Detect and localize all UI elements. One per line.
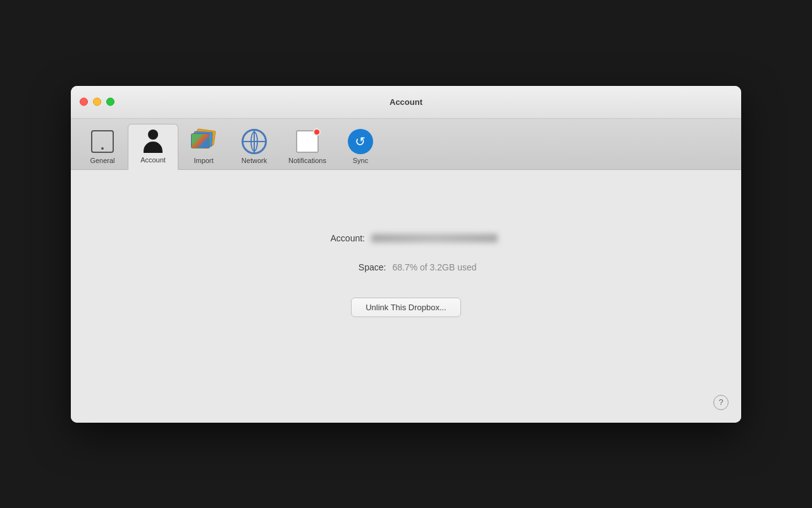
account-row: Account: (314, 233, 498, 243)
window-title: Account (390, 97, 422, 107)
account-icon (140, 128, 166, 154)
tab-sync-label: Sync (353, 157, 368, 164)
globe-icon (242, 129, 267, 154)
globe-oval (250, 131, 258, 152)
tab-account-label: Account (140, 156, 166, 164)
account-info: Account: Space: 68.7% of 3.2GB used Unli… (109, 195, 703, 342)
minimize-button[interactable] (93, 98, 101, 106)
close-button[interactable] (80, 98, 88, 106)
maximize-button[interactable] (106, 98, 114, 106)
import-icon (191, 129, 216, 154)
titlebar: Account (71, 86, 741, 119)
app-window: Account General Account (71, 86, 741, 423)
tab-account[interactable]: Account (128, 124, 178, 170)
tab-network-label: Network (242, 157, 267, 164)
tab-general-label: General (90, 157, 114, 164)
card-front (191, 133, 210, 148)
import-cards-icon (191, 130, 216, 154)
unlink-button[interactable]: Unlink This Dropbox... (351, 298, 461, 317)
account-label: Account: (314, 233, 365, 243)
account-body (144, 142, 163, 153)
account-email-blurred (371, 234, 498, 243)
tab-network[interactable]: Network (229, 125, 280, 169)
sync-arrows-icon: ↻ (355, 134, 366, 149)
notification-doc-icon (296, 130, 319, 153)
notification-badge (313, 128, 321, 136)
general-icon (90, 129, 115, 154)
window-controls (80, 98, 114, 106)
tab-notifications[interactable]: Notifications (280, 125, 335, 169)
tab-notifications-label: Notifications (288, 157, 326, 164)
sync-icon: ↻ (348, 129, 373, 154)
tab-import-label: Import (194, 157, 213, 164)
network-icon (242, 129, 267, 154)
general-device-icon (91, 130, 114, 153)
toolbar: General Account Import (71, 119, 741, 170)
space-value: 68.7% of 3.2GB used (392, 262, 476, 272)
account-person-icon (140, 128, 166, 154)
account-head (148, 130, 158, 140)
space-row: Space: 68.7% of 3.2GB used (335, 262, 476, 272)
content-area: Account: Space: 68.7% of 3.2GB used Unli… (71, 170, 741, 423)
space-label: Space: (335, 262, 386, 272)
help-button[interactable]: ? (713, 395, 729, 410)
sync-circle-icon: ↻ (348, 129, 373, 154)
notifications-icon (295, 129, 320, 154)
tab-import[interactable]: Import (178, 125, 229, 169)
tab-sync[interactable]: ↻ Sync (335, 125, 386, 169)
tab-general[interactable]: General (77, 125, 128, 169)
